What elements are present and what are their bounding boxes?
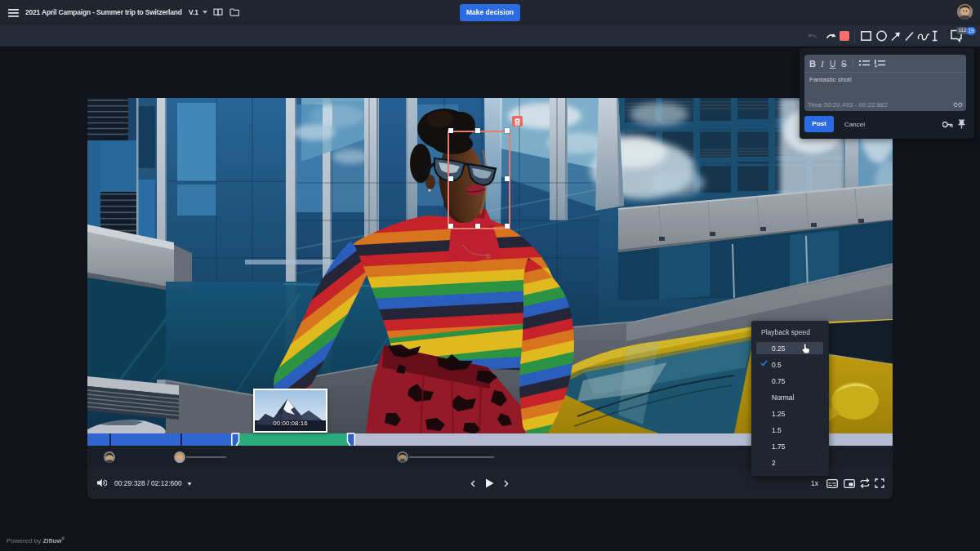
svg-text:U: U (830, 60, 835, 69)
svg-text:S: S (841, 60, 847, 69)
svg-text:I: I (820, 59, 825, 69)
svg-text:B: B (809, 59, 816, 69)
